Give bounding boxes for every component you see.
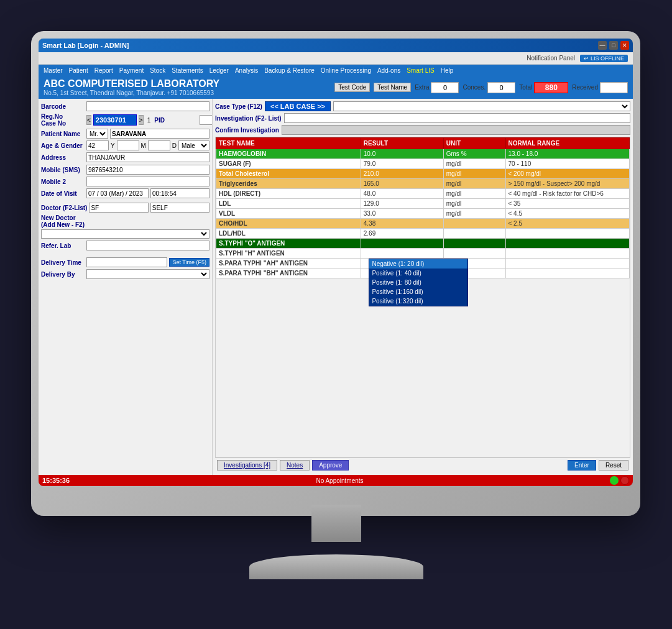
total-input[interactable] [534,82,568,93]
menu-statements[interactable]: Statements [169,67,206,74]
table-row[interactable]: HDL (DIRECT) 48.0 mg/dl < 40 mg/dl - Ris… [216,189,630,199]
results-table-container: TEST NAME RESULT UNIT NORMAL RANGE HAEMO… [215,137,630,457]
age-m-input[interactable] [117,140,139,150]
cell-range [505,239,630,249]
menu-report[interactable]: Report [92,67,116,74]
left-panel: Barcode Reg.NoCase No < > 1 PID [39,99,213,475]
reg-input[interactable] [93,114,137,126]
address-input[interactable] [86,152,209,162]
cell-test-name: LDL/HDL [216,229,361,239]
screen-border: Smart Lab [Login - ADMIN] — □ ✕ Notifica… [39,39,633,486]
table-row[interactable]: Total Cholesterol 210.0 mg/dl < 200 mg/d… [216,169,630,179]
table-row[interactable]: LDL/HDL 2.69 [216,229,630,239]
dropdown-item-1[interactable]: Positive (1: 40 dil) [369,269,467,278]
cell-result: 48.0 [361,189,443,199]
confirm-input[interactable] [282,125,630,135]
mobile2-input[interactable] [86,177,209,186]
approve-button[interactable]: Approve [312,460,349,471]
refer-lab-input[interactable] [86,241,209,250]
dov-input[interactable] [86,188,149,198]
enter-button[interactable]: Enter [568,460,596,471]
patient-name-input[interactable] [110,129,209,139]
investigation-input[interactable] [284,113,630,123]
barcode-input[interactable] [86,101,209,111]
time-input[interactable] [150,188,209,198]
dropdown-item-3[interactable]: Positive (1:160 dil) [369,287,467,296]
extra-input[interactable] [431,82,459,93]
green-status-dot [610,476,619,485]
table-row[interactable]: S.TYPHI "H" ANTIGEN [216,249,630,259]
dropdown-item-4[interactable]: Positive (1:320 dil) [369,296,467,306]
age-d-input[interactable] [148,140,170,150]
maximize-button[interactable]: □ [609,41,618,50]
menu-analysis[interactable]: Analysis [232,67,260,74]
result-dropdown[interactable]: Negative (1: 20 dil) Positive (1: 40 dil… [369,259,468,306]
lab-case-badge: << LAB CASE >> [265,101,331,111]
menu-smartlis[interactable]: Smart LIS [404,67,436,74]
delivery-by-select[interactable] [86,269,209,279]
status-message: No Appointments [316,477,363,484]
new-doctor-select[interactable] [41,229,209,239]
menu-stock[interactable]: Stock [147,67,168,74]
notes-tab[interactable]: Notes [280,460,310,471]
test-name-button[interactable]: Test Name [374,83,411,92]
menu-master[interactable]: Master [41,67,65,74]
reset-button[interactable]: Reset [599,460,628,471]
menu-patient[interactable]: Patient [67,67,91,74]
pid-input[interactable] [200,115,213,125]
red-status-dot [620,476,629,485]
lab-title: ABC COMPUTERISED LABORATORY [44,78,219,90]
menu-ledger[interactable]: Ledger [207,67,231,74]
cell-result: 165.0 [361,179,443,189]
salutation-select[interactable]: Mr. Mrs. Ms. [86,129,108,139]
mobile-sms-input[interactable] [86,165,209,175]
conces-input[interactable] [487,82,515,93]
dropdown-item-2[interactable]: Positive (1: 80 dil) [369,278,467,287]
notification-label: Notification Panel [527,55,575,62]
next-button[interactable]: > [139,115,144,125]
menu-backup[interactable]: Backup & Restore [262,67,317,74]
dropdown-item-0[interactable]: Negative (1: 20 dil) [369,259,467,269]
app-menubar: Master Patient Report Payment Stock Stat… [39,65,633,76]
prev-button[interactable]: < [86,115,91,125]
cell-result [361,249,443,259]
doctor-name-input[interactable] [150,203,209,213]
window-title: Smart Lab [Login - ADMIN] [42,42,129,49]
cell-test-name: Triglycerides [216,179,361,189]
close-button[interactable]: ✕ [620,41,629,50]
lis-status-badge: ↩ LIS OFFLINE [580,55,628,62]
menu-help[interactable]: Help [438,67,456,74]
received-input[interactable] [600,82,628,93]
table-row[interactable]: HAEMOGLOBIN 10.0 Gms % 13.0 - 18.0 [216,149,630,159]
gender-select[interactable]: Male Female [178,140,209,150]
cell-range [505,259,630,269]
minimize-button[interactable]: — [598,41,607,50]
menu-payment[interactable]: Payment [117,67,146,74]
cell-unit: mg/dl [443,179,505,189]
cell-result: 10.0 [361,149,443,159]
table-row[interactable]: CHO/HDL 4.38 < 2.5 [216,219,630,229]
cell-test-name: CHO/HDL [216,219,361,229]
test-code-button[interactable]: Test Code [334,83,370,92]
case-type-select[interactable] [333,101,630,111]
table-row[interactable]: SUGAR (F) 79.0 mg/dl 70 - 110 [216,159,630,169]
menu-addons[interactable]: Add-ons [375,67,403,74]
cell-range: < 2.5 [505,219,630,229]
case-type-label: Case Type (F12) [215,103,262,110]
menu-online[interactable]: Online Processing [318,67,374,74]
age-input[interactable] [86,140,109,150]
total-label: Total [519,84,532,91]
table-row[interactable]: Triglycerides 165.0 mg/dl > 150 mg/dl - … [216,179,630,189]
cell-test-name: S.PARA TYPHI "BH" ANTIGEN [216,269,361,278]
table-row[interactable]: S.TYPHI "O" ANTIGEN [216,239,630,249]
table-row[interactable]: LDL 129.0 mg/dl < 35 [216,199,630,209]
set-time-button[interactable]: Set Time (F5) [169,258,209,267]
received-label: Received [572,84,598,91]
investigations-tab[interactable]: Investigations [4] [217,460,277,471]
delivery-time-input[interactable] [86,257,167,267]
cell-test-name: SUGAR (F) [216,159,361,169]
status-time: 15:35:36 [42,477,70,484]
investigation-label: Investigation (F2- List) [215,115,282,122]
table-row[interactable]: VLDL 33.0 mg/dl < 4.5 [216,209,630,219]
doctor-code-input[interactable] [89,203,148,213]
